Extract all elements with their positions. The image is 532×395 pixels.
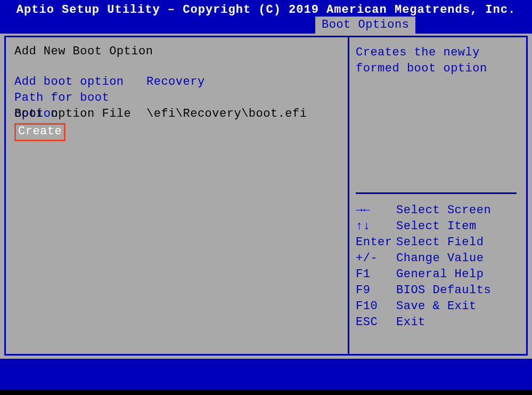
legend-row: +/- Change Value — [356, 251, 517, 267]
legend-key: ↑↓ — [356, 219, 396, 235]
legend-desc: Save & Exit — [396, 299, 517, 315]
option-row[interactable]: Path for boot option — [14, 90, 342, 106]
legend-key: Enter — [356, 235, 396, 251]
help-line: formed boot option — [356, 61, 517, 77]
legend-row: F1 General Help — [356, 267, 517, 283]
bottom-bar — [0, 390, 532, 395]
option-label: Path for boot option — [14, 90, 146, 106]
header: Aptio Setup Utility – Copyright (C) 2019… — [0, 0, 532, 34]
option-value: Recovery — [146, 74, 342, 90]
content: Add New Boot Option Add boot option Reco… — [0, 34, 532, 359]
option-label: Boot option File Path — [14, 106, 146, 122]
divider — [356, 192, 517, 194]
legend-desc: Select Field — [396, 235, 517, 251]
option-row: Boot option File Path \efi\Recovery\boot… — [14, 106, 342, 122]
option-value: \efi\Recovery\boot.efi — [146, 106, 342, 122]
legend-key: +/- — [356, 251, 396, 267]
legend-row: ↑↓ Select Item — [356, 219, 517, 235]
legend-key: F9 — [356, 283, 396, 299]
legend-key: F1 — [356, 267, 396, 283]
option-label: Add boot option — [14, 74, 146, 90]
help-line: Creates the newly — [356, 45, 517, 61]
legend-desc: Change Value — [396, 251, 517, 267]
legend-row: F9 BIOS Defaults — [356, 283, 517, 299]
main-panel: Add New Boot Option Add boot option Reco… — [4, 36, 349, 356]
option-value — [146, 90, 342, 106]
legend-key: F10 — [356, 299, 396, 315]
section-title: Add New Boot Option — [14, 45, 342, 58]
legend-desc: Select Screen — [396, 203, 517, 219]
legend-row: ESC Exit — [356, 315, 517, 330]
create-button[interactable]: Create — [14, 123, 66, 141]
tab-row: Boot Options — [0, 17, 532, 34]
header-title: Aptio Setup Utility – Copyright (C) 2019… — [0, 3, 532, 17]
legend-row: →← Select Screen — [356, 203, 517, 219]
create-row: Create — [14, 123, 342, 141]
legend-key: ESC — [356, 315, 396, 330]
legend-desc: BIOS Defaults — [396, 283, 517, 299]
option-row[interactable]: Add boot option Recovery — [14, 74, 342, 90]
tab-boot-options[interactable]: Boot Options — [315, 17, 415, 34]
help-panel: Creates the newly formed boot option →← … — [348, 36, 528, 356]
legend-row: Enter Select Field — [356, 235, 517, 251]
legend-desc: Exit — [396, 315, 517, 330]
legend-desc: Select Item — [396, 219, 517, 235]
bios-screen: Aptio Setup Utility – Copyright (C) 2019… — [0, 0, 532, 395]
legend-row: F10 Save & Exit — [356, 299, 517, 315]
legend: →← Select Screen ↑↓ Select Item Enter Se… — [356, 203, 517, 330]
legend-key: →← — [356, 203, 396, 219]
footer — [0, 359, 532, 390]
legend-desc: General Help — [396, 267, 517, 283]
